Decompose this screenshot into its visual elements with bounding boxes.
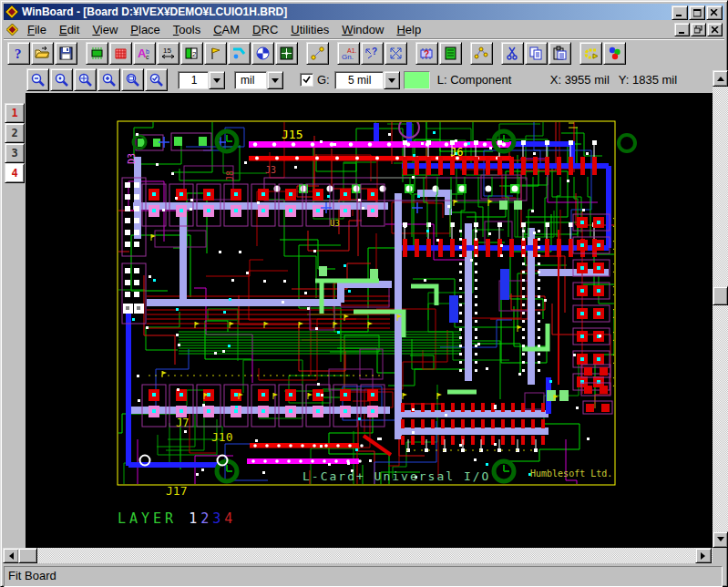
- place-text-button[interactable]: Abc: [133, 42, 156, 65]
- ratsnest-button[interactable]: [251, 42, 274, 65]
- layer-pair-button[interactable]: 2: [180, 42, 203, 65]
- menu-utilities[interactable]: Utilities: [284, 22, 335, 37]
- zoom-level-combo[interactable]: 1: [178, 71, 225, 89]
- target-button[interactable]: [275, 42, 298, 65]
- units-dropdown[interactable]: [267, 71, 283, 89]
- zoom-out-button[interactable]: [26, 68, 49, 91]
- zoom-level-value[interactable]: 1: [178, 71, 209, 89]
- minimize-button[interactable]: [672, 5, 688, 20]
- colors-button[interactable]: [603, 42, 626, 65]
- place-flag-button[interactable]: [204, 42, 227, 65]
- menu-place[interactable]: Place: [124, 22, 167, 37]
- pcb-shape: [450, 239, 455, 257]
- zoom-point-icon: [54, 72, 69, 88]
- mdi-restore-button[interactable]: [691, 23, 706, 36]
- save-button[interactable]: [55, 42, 77, 65]
- scroll-up-button[interactable]: [713, 70, 728, 87]
- pcb-shape: [474, 222, 478, 227]
- mdi-close-button[interactable]: [707, 23, 723, 36]
- copper-pour-button[interactable]: [109, 42, 132, 65]
- pcb-shape: [431, 419, 435, 428]
- highlight-net-button[interactable]: [470, 42, 493, 65]
- pcb-shape: [462, 157, 467, 175]
- zoom-in-button[interactable]: [97, 68, 120, 91]
- component-info-button[interactable]: ?: [415, 42, 438, 65]
- ic-icon: [89, 46, 105, 61]
- units-combo[interactable]: mil: [234, 71, 283, 89]
- pcb-shape: [358, 417, 361, 420]
- menu-help[interactable]: Help: [390, 22, 427, 37]
- pcb-shape: [355, 157, 359, 160]
- horizontal-scroll-thumb[interactable]: [18, 548, 37, 563]
- board-canvas[interactable]: J15 J6 J3 J8 D3 U3 J7 J10 J17 L-Card+ Un…: [26, 93, 713, 548]
- scroll-right-button[interactable]: [695, 548, 712, 563]
- zoom-point-button[interactable]: [50, 68, 73, 91]
- pcb-shape: [152, 393, 156, 396]
- vertical-scrollbar[interactable]: [713, 70, 728, 548]
- horizontal-scrollbar[interactable]: [3, 548, 713, 563]
- pcb-shape: [207, 209, 210, 212]
- pcb-shape: [190, 199, 193, 201]
- menu-file[interactable]: File: [21, 22, 53, 37]
- menu-cam[interactable]: CAM: [207, 22, 246, 37]
- pcb-shape: [178, 344, 180, 346]
- pcb-shape: [289, 393, 292, 396]
- grid-size-dropdown[interactable]: [384, 71, 400, 89]
- zoom-level-dropdown[interactable]: [209, 71, 225, 89]
- zoom-previous-button[interactable]: [145, 68, 168, 91]
- pcb-shape: [545, 157, 549, 175]
- zoom-pan-button[interactable]: [74, 68, 97, 91]
- move-reference-button[interactable]: [385, 42, 407, 65]
- pcb-shape: [289, 209, 292, 212]
- pcb-shape: [403, 140, 407, 145]
- pcb-shape: [467, 142, 470, 145]
- layer-4-button[interactable]: 4: [5, 163, 25, 183]
- layer-1-button[interactable]: 1: [5, 103, 25, 123]
- document-diamond-icon[interactable]: [6, 24, 18, 36]
- layers-icon: 2: [184, 46, 200, 61]
- pcb-shape: [541, 436, 545, 445]
- menu-tools[interactable]: Tools: [167, 22, 207, 37]
- units-value[interactable]: mil: [234, 71, 267, 89]
- layer-color-swatch[interactable]: [404, 71, 430, 89]
- dimension-button[interactable]: 15: [157, 42, 179, 65]
- pcb-shape: [511, 403, 515, 412]
- vertical-scroll-thumb[interactable]: [713, 286, 728, 305]
- netlist-button[interactable]: [439, 42, 462, 65]
- pcb-shape: [462, 239, 467, 257]
- zoom-window-button[interactable]: [121, 68, 144, 91]
- pcb-shape: [316, 393, 320, 396]
- menu-view[interactable]: View: [86, 22, 124, 37]
- place-component-button[interactable]: [86, 42, 108, 65]
- pcb-shape: [401, 419, 405, 428]
- segment-button[interactable]: [306, 42, 329, 65]
- svg-text:?: ?: [372, 46, 377, 57]
- menu-edit[interactable]: Edit: [53, 22, 86, 37]
- scroll-down-button[interactable]: [713, 531, 728, 548]
- layer-2-button[interactable]: 2: [5, 123, 25, 143]
- undo-button[interactable]: [579, 42, 602, 65]
- close-button[interactable]: [706, 5, 723, 20]
- grid-size-combo[interactable]: 5 mil: [334, 71, 400, 89]
- grid-size-value[interactable]: 5 mil: [334, 71, 384, 89]
- maximize-button[interactable]: [689, 5, 705, 20]
- layer-3-button[interactable]: 3: [5, 143, 25, 163]
- route-track-button[interactable]: [228, 42, 251, 65]
- gate-swap-button[interactable]: A1.Gn.: [337, 42, 360, 65]
- pcb-shape: [538, 271, 540, 273]
- undo-arrow-icon: [583, 46, 599, 61]
- paste-button[interactable]: [549, 42, 571, 65]
- pcb-shape: [522, 246, 525, 249]
- grid-checkbox[interactable]: [300, 73, 313, 87]
- scroll-left-button[interactable]: [3, 548, 19, 563]
- copy-button[interactable]: [525, 42, 548, 65]
- menu-drc[interactable]: DRC: [246, 22, 284, 37]
- help-button[interactable]: ?: [7, 42, 30, 65]
- open-button[interactable]: [31, 42, 54, 65]
- mdi-minimize-button[interactable]: [674, 23, 690, 36]
- pin-swap-button[interactable]: ?: [361, 42, 384, 65]
- pcb-shape: [533, 152, 536, 155]
- cut-button[interactable]: [501, 42, 524, 65]
- pcb-shape: [538, 254, 540, 257]
- menu-window[interactable]: Window: [335, 22, 390, 37]
